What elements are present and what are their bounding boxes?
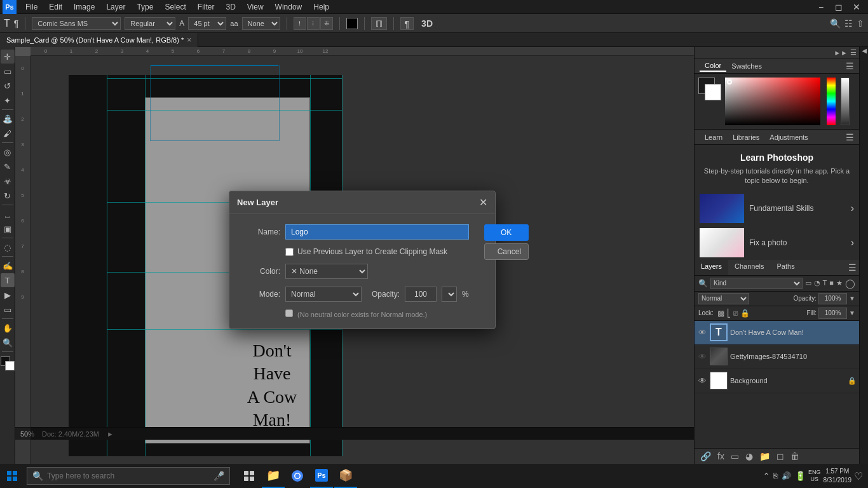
adjust-filter-icon[interactable]: ◔ [814,279,820,287]
menu-image[interactable]: Image [69,1,100,13]
pen-tool[interactable]: ✍ [1,259,15,273]
clone-tool[interactable]: ☣ [1,174,15,188]
learn-tab[interactable]: Learn [700,132,728,142]
menu-filter[interactable]: Filter [193,1,220,13]
foreground-background-swatches[interactable] [1,356,15,370]
search-icon[interactable]: 🔍 [830,18,841,29]
battery-icon[interactable]: 🔋 [795,471,806,481]
link-layers-button[interactable]: 🔗 [698,451,713,462]
anti-alias-select[interactable]: None [242,17,280,30]
delete-layer-button[interactable]: 🗑 [789,451,801,462]
learn-card-fundamental[interactable]: Fundamental Skills › [695,191,859,226]
dialog-close-button[interactable]: ✕ [479,196,487,208]
layer-item-background[interactable]: 👁 Background 🔒 [695,369,859,393]
clock-display[interactable]: 1:57 PM 8/31/2019 [824,467,852,485]
fg-bg-swatches[interactable] [698,78,721,100]
taskbar-search-input[interactable] [47,471,210,480]
paragraph-button[interactable]: ¶ [400,17,414,30]
restore-button[interactable]: ◻ [830,0,848,14]
gradient-tool[interactable]: ▣ [1,222,15,236]
path-select-tool[interactable]: ▶ [1,288,15,302]
visibility-icon-bg[interactable]: 👁 [697,376,707,386]
panel-menu-icon[interactable]: ☰ [850,48,857,57]
lock-position-icon[interactable]: ⎣ [727,309,731,318]
new-adjustment-button[interactable]: ◕ [743,451,755,462]
magic-wand-tool[interactable]: ✦ [1,93,15,107]
hue-slider[interactable] [827,78,836,125]
new-layer-button[interactable]: ◻ [775,451,786,462]
eraser-tool[interactable]: ⎵ [1,207,15,221]
tray-expand-icon[interactable]: ⌃ [763,471,770,480]
panel-toggle-icon[interactable]: ☷ [844,18,853,29]
opacity-value-input[interactable] [818,293,847,304]
files-taskbar[interactable]: 📦 [334,464,357,488]
menu-edit[interactable]: Edit [44,1,67,13]
lasso-tool[interactable]: ↺ [1,79,15,93]
menu-layer[interactable]: Layer [101,1,130,13]
history-brush-tool[interactable]: ↻ [1,189,15,203]
tab-close-button[interactable]: × [187,36,191,44]
menu-help[interactable]: Help [308,1,334,13]
blend-mode-select[interactable]: Normal [698,293,749,304]
canvas-area[interactable]: 0 1 2 3 4 5 6 7 8 9 10 12 0 1 2 3 4 [15,47,694,464]
ok-button[interactable]: OK [484,224,529,241]
filter-toggle[interactable]: ◯ [845,278,855,288]
layer-item-text[interactable]: 👁 T Don't Have A Cow Man! [695,321,859,345]
background-color[interactable] [5,361,15,370]
taskview-button[interactable] [238,464,261,488]
add-effect-button[interactable]: fx [715,451,726,462]
libraries-tab[interactable]: Libraries [728,132,764,142]
text-color-swatch[interactable] [346,18,358,29]
eyedropper-tool[interactable]: 🖌 [1,126,15,140]
clipping-mask-checkbox[interactable] [285,248,294,256]
background-swatch[interactable] [705,84,721,100]
photoshop-taskbar[interactable]: Ps [310,464,333,488]
font-family-select[interactable]: Comic Sans MS [32,17,121,30]
expand-panels-icon[interactable]: ►► [834,49,848,57]
swatches-tab[interactable]: Swatches [726,61,767,71]
shape-tool[interactable]: ▭ [1,302,15,316]
fill-dropdown-icon[interactable]: ▼ [849,309,855,316]
name-input[interactable] [285,224,469,240]
color-gradient-picker[interactable] [725,78,820,125]
network-icon[interactable]: ⎘ [773,471,778,480]
new-group-button[interactable]: 📁 [757,451,772,462]
chrome-taskbar[interactable] [286,464,309,488]
close-button[interactable]: ✕ [848,0,865,14]
crop-tool[interactable]: ⛲ [1,112,15,126]
taskbar-search-bar[interactable]: 🔍 🎤 [27,467,230,485]
cancel-button[interactable]: Cancel [484,243,529,260]
layers-kind-select[interactable]: Kind [710,278,803,289]
hand-tool[interactable]: ✋ [1,321,15,335]
share-icon[interactable]: ⇧ [857,18,864,29]
fill-value-input[interactable] [818,308,847,319]
lock-all-icon[interactable]: 🔒 [740,309,750,318]
text-tool[interactable]: T [1,273,15,287]
pixel-filter-icon[interactable]: ▭ [805,279,811,287]
expand-panel-icon[interactable]: ▶ [860,48,867,55]
menu-window[interactable]: Window [270,1,308,13]
color-select[interactable]: ✕ None [285,264,368,279]
menu-3d[interactable]: 3D [220,1,240,13]
font-size-select[interactable]: 45 pt [188,17,226,30]
lock-artboard-icon[interactable]: ⎚ [733,309,738,318]
layer-item-image[interactable]: 👁 GettyImages-874534710 [695,345,859,369]
document-tab[interactable]: Sample_Card @ 50% (Don't Have A Cow Man!… [0,33,198,47]
dodge-tool[interactable]: ◌ [1,240,15,254]
layers-tab[interactable]: Layers [695,260,728,275]
color-tab[interactable]: Color [700,60,726,72]
visibility-icon-image[interactable]: 👁 [697,352,707,362]
adjustments-tab[interactable]: Adjustments [764,132,813,142]
move-tool[interactable]: ✛ [1,50,15,64]
smart-filter-icon[interactable]: ★ [836,279,843,287]
canvas-content[interactable]: Don't Have A Cow Man! [31,56,694,464]
paths-tab[interactable]: Paths [771,260,801,275]
start-button[interactable] [0,464,24,488]
minimize-button[interactable]: − [812,0,830,14]
visibility-icon-text[interactable]: 👁 [697,328,707,337]
menu-select[interactable]: Select [159,1,191,13]
learn-panel-menu[interactable]: ☰ [846,132,854,142]
brush-tool[interactable]: ✎ [1,159,15,173]
align-center-button[interactable]: ⁝ [307,17,320,30]
color-panel-menu[interactable]: ☰ [846,61,854,71]
